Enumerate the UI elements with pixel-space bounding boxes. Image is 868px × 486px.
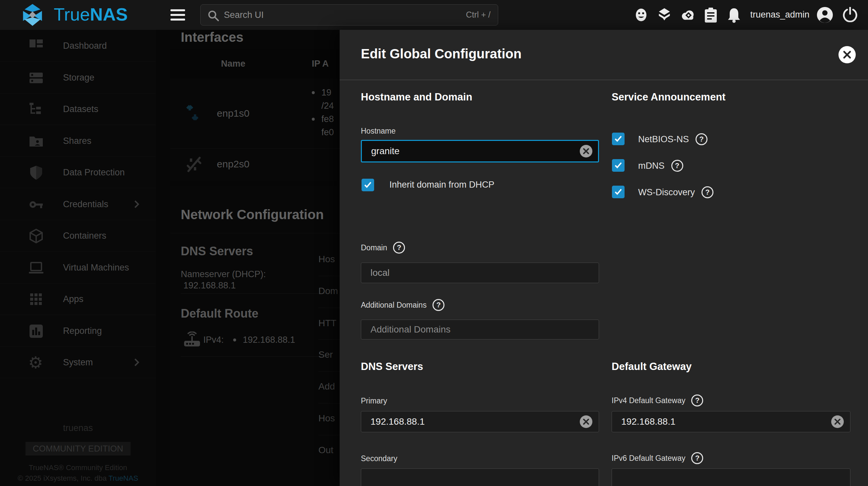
search-shortcut: Ctrl + / [466, 10, 491, 20]
feedback-button[interactable] [634, 8, 648, 22]
hostname-input[interactable] [361, 140, 599, 162]
truenas-logo[interactable]: TrueNAS [17, 3, 136, 27]
secondary-dns-input[interactable] [361, 468, 599, 486]
modal-header-divider [340, 79, 868, 80]
hamburger-icon [170, 8, 186, 22]
mdns-checkbox[interactable] [612, 159, 624, 172]
smiley-icon [634, 8, 648, 22]
help-icon[interactable]: ? [702, 186, 713, 198]
avatar-icon [816, 7, 833, 23]
domain-label-row: Domain ? [361, 242, 405, 254]
help-icon[interactable]: ? [393, 242, 405, 254]
truenas-logo-icon [17, 4, 49, 26]
dns-servers-section-title: DNS Servers [361, 361, 423, 372]
clipboard-icon [704, 8, 717, 23]
service-announcement-section-title: Service Announcement [612, 91, 725, 103]
account-menu-button[interactable] [816, 7, 831, 21]
primary-dns-input[interactable] [361, 411, 599, 432]
jobs-button[interactable] [704, 8, 719, 22]
clear-icon [579, 415, 593, 429]
bell-icon [727, 8, 741, 23]
truenas-app: TrueNAS Ctrl + / [0, 0, 868, 486]
ws-discovery-checkbox[interactable] [612, 186, 624, 198]
truenas-logo-text: TrueNAS [54, 4, 128, 25]
help-icon[interactable]: ? [433, 299, 444, 311]
ipv4-gateway-label-row: IPv4 Default Gateway ? [612, 394, 703, 407]
ipv4-gateway-input[interactable] [612, 411, 850, 432]
netbios-label-row: NetBIOS-NS ? [638, 133, 708, 145]
help-icon[interactable]: ? [691, 452, 703, 464]
checkmark-icon [614, 135, 623, 143]
help-icon[interactable]: ? [695, 133, 708, 145]
primary-dns-label: Primary [361, 396, 387, 406]
domain-input[interactable] [361, 263, 599, 283]
menu-toggle-button[interactable] [170, 8, 186, 22]
clear-primary-dns-button[interactable] [579, 415, 593, 429]
power-menu-button[interactable] [842, 7, 857, 22]
checkmark-icon [364, 181, 372, 189]
help-icon[interactable]: ? [691, 394, 703, 407]
clear-hostname-button[interactable] [579, 144, 593, 158]
secondary-dns-label: Secondary [361, 454, 397, 463]
edit-global-configuration-panel: Edit Global Configuration Hostname and D… [340, 30, 868, 486]
netbios-checkbox[interactable] [612, 133, 624, 145]
mdns-label-row: mDNS ? [638, 160, 683, 172]
clear-ipv4-gateway-button[interactable] [831, 415, 844, 429]
default-gateway-section-title: Default Gateway [612, 361, 691, 372]
checkmark-icon [614, 188, 623, 196]
checkmark-icon [614, 161, 623, 170]
ws-discovery-label-row: WS-Discovery ? [638, 186, 713, 198]
current-user-label: truenas_admin [750, 10, 815, 20]
modal-title: Edit Global Configuration [361, 46, 521, 61]
cloud-status-button[interactable] [680, 8, 695, 22]
truecommand-button[interactable] [657, 8, 672, 22]
power-icon [842, 7, 858, 22]
inherit-domain-label[interactable]: Inherit domain from DHCP [390, 180, 495, 190]
clear-icon [831, 415, 844, 429]
close-icon [843, 51, 851, 59]
search-bar: Ctrl + / [200, 4, 498, 26]
close-button[interactable] [838, 46, 856, 63]
top-bar: TrueNAS Ctrl + / [0, 0, 868, 30]
clear-icon [579, 144, 593, 158]
additional-domains-input[interactable] [361, 320, 599, 339]
hostname-label: Hostname [361, 127, 396, 136]
inherit-domain-checkbox[interactable] [362, 179, 374, 191]
layers-icon [657, 8, 672, 22]
cloud-icon [680, 8, 695, 22]
alerts-button[interactable] [727, 8, 742, 22]
ipv6-gateway-label-row: IPv6 Default Gateway ? [612, 452, 703, 464]
search-input[interactable] [224, 5, 443, 25]
hostname-domain-section-title: Hostname and Domain [361, 91, 472, 103]
additional-domains-label-row: Additional Domains ? [361, 299, 444, 311]
help-icon[interactable]: ? [671, 160, 683, 172]
search-icon [207, 10, 219, 22]
ipv6-gateway-input[interactable] [612, 468, 850, 486]
